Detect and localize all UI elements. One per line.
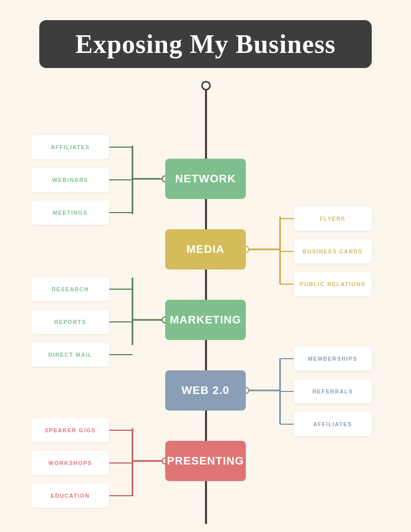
svg-point-1 bbox=[202, 82, 210, 90]
leaf-research: RESEARCH bbox=[31, 277, 109, 301]
title-box: Exposing My Business bbox=[39, 20, 372, 68]
leaf-affiliates: AFFILIATES bbox=[31, 135, 109, 159]
node-network: NETWORK bbox=[165, 159, 246, 199]
leaf-bizcard: BUSINESS CARDS bbox=[294, 239, 372, 263]
leaf-meetings: MEETINGS bbox=[31, 201, 109, 225]
node-presenting: PRESENTING bbox=[165, 441, 246, 481]
page: Exposing My Business bbox=[0, 20, 411, 532]
leaf-referrals: REFERRALS bbox=[294, 379, 372, 404]
page-title: Exposing My Business bbox=[54, 29, 357, 59]
leaf-workshops: WORKSHOPS bbox=[31, 451, 109, 475]
leaf-pr: PUBLIC RELATIONS bbox=[294, 272, 372, 296]
leaf-speakergigs: SPEAKER GIGS bbox=[31, 418, 109, 442]
leaf-webinars: WEBINARS bbox=[31, 168, 109, 192]
leaf-memberships: MEMBERSHIPS bbox=[294, 347, 372, 371]
leaf-reports: REPORTS bbox=[31, 310, 109, 334]
node-web: WEB 2.0 bbox=[165, 370, 246, 411]
leaf-education: EDUCATION bbox=[31, 484, 109, 508]
node-marketing: MARKETING bbox=[165, 300, 246, 340]
leaf-affiliates2: AFFILIATES bbox=[294, 412, 372, 436]
leaf-flyers: FLYERS bbox=[294, 207, 372, 231]
leaf-directmail: DIRECT MAIL bbox=[31, 343, 109, 367]
node-media: MEDIA bbox=[165, 229, 246, 270]
